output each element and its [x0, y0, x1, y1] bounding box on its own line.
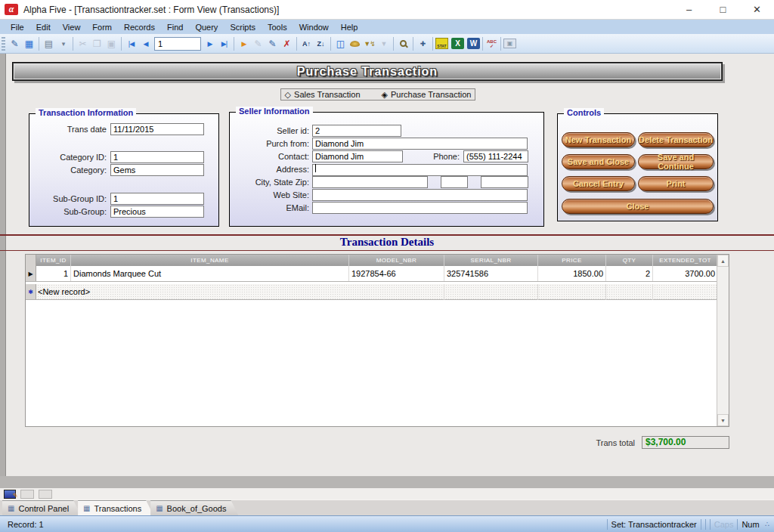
col-price[interactable]: PRICE: [538, 255, 606, 266]
col-serial-nbr[interactable]: SERIAL_NBR: [444, 255, 538, 266]
city-input[interactable]: [312, 176, 428, 188]
new-record-label[interactable]: <New record>: [36, 284, 349, 299]
radio-purchase-transaction[interactable]: ◈ Purchase Transaction: [382, 90, 472, 99]
contact-input[interactable]: [312, 150, 403, 162]
category-input[interactable]: [110, 164, 204, 176]
menu-form[interactable]: Form: [86, 21, 118, 33]
close-form-button[interactable]: Close: [562, 199, 714, 214]
menu-tools[interactable]: Tools: [262, 21, 293, 33]
delete-transaction-button[interactable]: Delete Transaction: [638, 132, 714, 147]
image-icon[interactable]: ▣: [503, 39, 516, 48]
menu-records[interactable]: Records: [118, 21, 161, 33]
new-transaction-button[interactable]: New Transaction: [562, 132, 635, 147]
cut-icon[interactable]: ✂: [76, 36, 90, 51]
form-edit-mode-icon[interactable]: ✎: [4, 490, 16, 499]
controls-legend: Controls: [564, 108, 604, 117]
quick-help-icon[interactable]: ✚: [416, 36, 430, 51]
sub-group-id-input[interactable]: [110, 193, 204, 205]
first-record-icon[interactable]: |◀: [124, 36, 138, 51]
stat-icon[interactable]: STAT: [435, 38, 448, 49]
cancel-entry-button[interactable]: Cancel Entry: [562, 176, 635, 191]
new-record-icon[interactable]: ▶: [237, 36, 251, 51]
menu-edit[interactable]: Edit: [30, 21, 57, 33]
next-record-icon[interactable]: ▶: [203, 36, 217, 51]
form-design-icon[interactable]: ✎: [8, 36, 22, 51]
tab-transactions[interactable]: ▦ Transactions: [78, 500, 153, 515]
menu-query[interactable]: Query: [189, 21, 224, 33]
sort-descending-icon[interactable]: Z↓: [314, 36, 328, 51]
edit-field-icon[interactable]: ✎: [251, 36, 265, 51]
new-record-row[interactable]: ✱ <New record>: [26, 284, 717, 300]
change-record-icon[interactable]: ✎: [265, 36, 280, 51]
record-number-input[interactable]: [154, 37, 201, 51]
print-icon[interactable]: ▤: [42, 36, 56, 51]
cell-price[interactable]: 1850.00: [538, 266, 606, 281]
save-and-continue-button[interactable]: Save and Continue: [638, 154, 714, 169]
trans-date-input[interactable]: [110, 123, 204, 135]
table-row[interactable]: ▶ 1 Diamonds Marquee Cut 1927854-66 3257…: [26, 266, 717, 282]
copy-icon[interactable]: ❐: [90, 36, 104, 51]
table-scrollbar[interactable]: ▲ ▼: [717, 255, 729, 426]
zoom-icon[interactable]: [396, 36, 410, 51]
cell-extended-tot[interactable]: 3700.00: [653, 266, 717, 281]
col-qty[interactable]: QTY: [606, 255, 653, 266]
menu-help[interactable]: Help: [335, 21, 364, 33]
genie-lamp-icon[interactable]: [348, 36, 362, 51]
address-input[interactable]: [312, 164, 528, 176]
spellcheck-icon[interactable]: ABC ✓: [485, 39, 498, 48]
menu-view[interactable]: View: [57, 21, 87, 33]
phone-label: Phone:: [403, 152, 460, 161]
seller-id-input[interactable]: [312, 125, 401, 137]
browse-table-icon[interactable]: ▦: [22, 36, 36, 51]
cell-item-name[interactable]: Diamonds Marquee Cut: [71, 266, 349, 281]
scroll-down-icon[interactable]: ▼: [717, 414, 729, 426]
filter-disabled-icon[interactable]: ▼: [376, 36, 391, 51]
excel-icon[interactable]: X: [451, 38, 464, 49]
phone-input[interactable]: [463, 150, 528, 162]
cell-qty[interactable]: 2: [606, 266, 653, 281]
menu-scripts[interactable]: Scripts: [224, 21, 262, 33]
tab-control-panel[interactable]: ▦ Control Panel: [2, 500, 81, 515]
lookup-icon[interactable]: ◫: [333, 36, 348, 51]
menu-file[interactable]: File: [5, 21, 30, 33]
delete-record-icon[interactable]: ✗: [280, 36, 294, 51]
sub-group-input[interactable]: [110, 206, 204, 218]
maximize-button[interactable]: □: [706, 0, 740, 20]
toolbar-grip[interactable]: [2, 37, 5, 51]
filter-icon[interactable]: ▼↯: [362, 36, 376, 51]
col-item-name[interactable]: ITEM_NAME: [71, 255, 349, 266]
last-record-icon[interactable]: ▶|: [217, 36, 231, 51]
menu-window[interactable]: Window: [293, 21, 335, 33]
previous-record-icon[interactable]: ◀: [138, 36, 153, 51]
cell-serial-nbr[interactable]: 325741586: [444, 266, 538, 281]
tab-book-of-goods[interactable]: ▦ Book_of_Goods: [150, 500, 238, 515]
menu-find[interactable]: Find: [161, 21, 189, 33]
cell-item-id[interactable]: 1: [36, 266, 71, 281]
radio-sales-transaction[interactable]: ◇ Sales Transaction: [285, 90, 361, 99]
scroll-up-icon[interactable]: ▲: [717, 255, 729, 267]
sort-ascending-icon[interactable]: A↑: [299, 36, 314, 51]
row-selector[interactable]: ▶: [26, 266, 36, 281]
minimize-button[interactable]: –: [672, 0, 706, 20]
state-input[interactable]: [441, 176, 468, 188]
resize-grip-icon[interactable]: ∴: [765, 520, 769, 528]
tab-transactions-label: Transactions: [94, 504, 142, 513]
col-extended-tot[interactable]: EXTENDED_TOT: [653, 255, 717, 266]
paste-icon[interactable]: ▣: [104, 36, 119, 51]
close-button[interactable]: ✕: [740, 0, 774, 20]
print-dropdown-icon[interactable]: ▾: [56, 36, 70, 51]
purch-from-input[interactable]: [312, 138, 528, 150]
col-item-id[interactable]: ITEM_ID: [36, 255, 71, 266]
category-id-input[interactable]: [110, 151, 204, 163]
cell-model-nbr[interactable]: 1927854-66: [349, 266, 444, 281]
title-bar: α Alpha Five - [Transactiontracker.set :…: [0, 0, 774, 20]
email-input[interactable]: [312, 202, 528, 214]
new-record-selector[interactable]: ✱: [26, 284, 36, 299]
menu-bar: File Edit View Form Records Find Query S…: [0, 20, 774, 34]
zip-input[interactable]: [481, 176, 528, 188]
col-model-nbr[interactable]: MODEL_NBR: [349, 255, 444, 266]
web-site-input[interactable]: [312, 189, 528, 201]
save-and-close-button[interactable]: Save and Close: [562, 154, 635, 169]
print-button[interactable]: Print: [638, 176, 714, 191]
word-icon[interactable]: W: [467, 38, 480, 49]
